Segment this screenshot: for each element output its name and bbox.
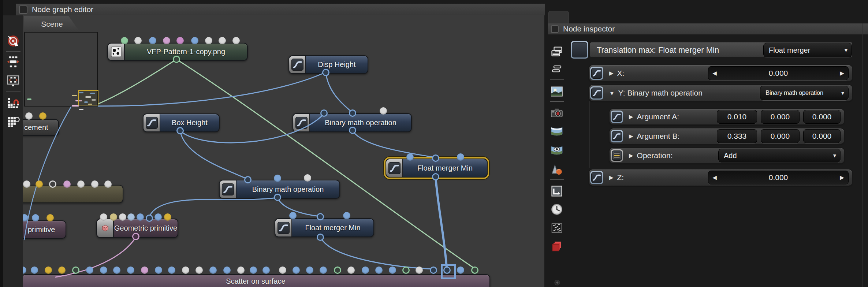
collapsed-arrow-icon[interactable]: ▶ xyxy=(629,152,633,159)
port-blue[interactable] xyxy=(406,153,414,161)
graph-panel-checkbox[interactable] xyxy=(19,5,27,14)
port-blue-ring[interactable] xyxy=(349,109,356,117)
port-white[interactable] xyxy=(77,180,85,188)
node-scatter-on-surface[interactable]: Scatter on surface xyxy=(23,274,490,287)
port-white[interactable] xyxy=(205,37,212,44)
value-spinner[interactable]: ◀0.000▶ xyxy=(708,66,849,80)
arrange-frame-icon[interactable] xyxy=(7,74,20,87)
collapsed-arrow-icon[interactable]: ▶ xyxy=(629,113,633,120)
port-green[interactable] xyxy=(121,37,128,44)
minimap-viewport[interactable] xyxy=(78,90,98,105)
inspector-panel-checkbox[interactable] xyxy=(551,25,559,33)
port-white-ring[interactable] xyxy=(49,180,56,188)
port-blue[interactable] xyxy=(168,266,175,274)
port-green-ring[interactable] xyxy=(173,56,180,63)
collapsed-arrow-icon[interactable]: ▶ xyxy=(609,174,614,181)
curve-icon-button[interactable] xyxy=(590,171,603,184)
port-blue[interactable] xyxy=(209,266,217,274)
port-white[interactable] xyxy=(195,266,203,274)
port-blue[interactable] xyxy=(389,266,396,274)
spinner-value[interactable]: 0.000 xyxy=(721,69,836,78)
node-float-merger-lower[interactable]: Float merger Min xyxy=(275,218,374,237)
port-blue[interactable] xyxy=(375,266,383,274)
port-blue[interactable] xyxy=(223,266,231,274)
spinner-right-arrow[interactable]: ▶ xyxy=(836,70,848,77)
curve-icon-button[interactable] xyxy=(590,67,603,80)
toggle-grid-icon[interactable] xyxy=(7,115,20,128)
port-blue[interactable] xyxy=(362,266,369,274)
value-field[interactable]: 0.000 xyxy=(803,110,841,124)
port-pink[interactable] xyxy=(163,37,170,44)
port-blue[interactable] xyxy=(293,266,300,274)
port-white[interactable] xyxy=(100,213,107,221)
value-spinner[interactable]: ◀0.000▶ xyxy=(708,171,849,184)
port-yellow[interactable] xyxy=(39,112,46,120)
port-pink-ring[interactable] xyxy=(132,233,139,240)
port-green-ring[interactable] xyxy=(334,266,341,274)
spinner-right-arrow[interactable]: ▶ xyxy=(836,174,848,181)
expanded-arrow-icon[interactable]: ▼ xyxy=(609,90,615,96)
frame-resize-icon[interactable] xyxy=(550,184,564,198)
image-icon[interactable] xyxy=(550,85,564,98)
node-type-dropdown[interactable]: Float merger ▼ xyxy=(763,43,852,57)
curve-icon-button[interactable] xyxy=(611,111,623,123)
port-yellow[interactable] xyxy=(36,180,43,188)
port-blue-ring[interactable] xyxy=(432,173,439,180)
port-white[interactable] xyxy=(134,37,142,44)
port-white[interactable] xyxy=(232,37,240,44)
port-blue-ring[interactable] xyxy=(317,234,324,241)
port-white[interactable] xyxy=(104,180,112,188)
port-blue[interactable] xyxy=(149,37,156,44)
dropdown[interactable]: Binary math operation▼ xyxy=(760,86,849,100)
port-magenta[interactable] xyxy=(176,37,184,44)
port-blue-ring[interactable] xyxy=(244,176,252,183)
port-yellow[interactable] xyxy=(58,266,66,274)
port-pink[interactable] xyxy=(141,266,148,274)
port-blue[interactable] xyxy=(137,213,144,221)
port-white[interactable] xyxy=(279,266,286,274)
snap-magnet-icon[interactable] xyxy=(7,96,20,109)
minimap[interactable] xyxy=(24,32,98,107)
port-blue-ring[interactable] xyxy=(322,69,329,76)
enum-icon-button[interactable] xyxy=(611,149,623,162)
port-yellow[interactable] xyxy=(164,213,171,221)
port-blue[interactable] xyxy=(32,214,39,221)
port-white[interactable] xyxy=(23,180,30,188)
port-blue[interactable] xyxy=(113,266,120,274)
port-blue[interactable] xyxy=(250,266,257,274)
spinner-left-arrow[interactable]: ◀ xyxy=(708,174,721,181)
spinner-value[interactable]: 0.000 xyxy=(721,173,836,182)
port-blue[interactable] xyxy=(155,266,162,274)
port-white[interactable] xyxy=(25,112,33,120)
port-blue[interactable] xyxy=(127,266,134,274)
value-field[interactable]: 0.333 xyxy=(717,129,757,143)
port-blue-ring[interactable] xyxy=(430,266,437,274)
port-blue-ring[interactable] xyxy=(274,194,281,201)
node-primitive-partial[interactable]: primitive xyxy=(23,220,66,239)
clock-icon[interactable] xyxy=(550,203,564,216)
value-field[interactable]: 0.000 xyxy=(761,129,800,143)
spinner-left-arrow[interactable]: ◀ xyxy=(708,70,721,77)
port-blue[interactable] xyxy=(320,266,327,274)
port-blue[interactable] xyxy=(262,266,270,274)
port-blue-ring[interactable] xyxy=(176,127,184,134)
tab-scene[interactable]: Scene xyxy=(24,16,80,32)
port-blue-ring[interactable] xyxy=(349,127,356,134)
camera-icon[interactable] xyxy=(550,106,564,119)
cone-sphere-icon[interactable] xyxy=(550,163,564,176)
panorama-icon[interactable] xyxy=(550,124,564,138)
port-white[interactable] xyxy=(347,266,355,274)
port-white[interactable] xyxy=(91,180,98,188)
port-blue-ring[interactable] xyxy=(317,213,324,220)
port-white[interactable] xyxy=(304,174,311,182)
port-yellow[interactable] xyxy=(46,214,54,221)
header-node-type-icon[interactable] xyxy=(571,41,588,59)
port-white[interactable] xyxy=(237,266,245,274)
port-blue[interactable] xyxy=(457,153,464,161)
red-cubes-icon[interactable] xyxy=(550,239,564,253)
port-blue[interactable] xyxy=(306,266,313,274)
center-view-icon[interactable] xyxy=(7,34,20,48)
port-white[interactable] xyxy=(380,107,387,115)
port-tan[interactable] xyxy=(110,213,117,221)
port-blue[interactable] xyxy=(191,37,198,44)
